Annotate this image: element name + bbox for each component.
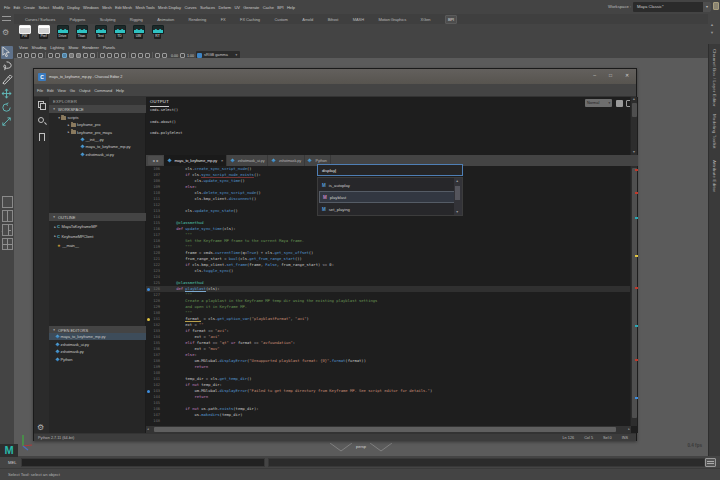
shelf-tab-fx-caching[interactable]: FX Caching xyxy=(240,17,260,22)
select-tool-icon[interactable] xyxy=(1,46,13,59)
tree-item-keyframe-pro-maya[interactable]: ▸keyframe_pro_maya xyxy=(49,129,146,136)
shelf-button-drive[interactable]: Drive xyxy=(55,25,70,39)
viewport-menu-show[interactable]: Show xyxy=(68,45,78,50)
outline-item-KeyframeMPClient[interactable]: ▸CKeyframeMPClient xyxy=(49,233,146,240)
menu-surfaces[interactable]: Surfaces xyxy=(200,5,215,10)
tree-item-keyframe-pro[interactable]: ▸keyframe_pro xyxy=(49,121,146,128)
shelf-tab-rigging[interactable]: Rigging xyxy=(130,17,143,22)
close-button[interactable]: ✕ xyxy=(625,72,629,78)
file-tab-zshotmask-ui-py[interactable]: zshotmask_ui.py xyxy=(227,155,268,166)
tree-item-scripts[interactable]: ▾scripts xyxy=(49,114,146,121)
shelf-button-titan[interactable]: Titan xyxy=(74,25,89,39)
autocomplete-input[interactable]: display| xyxy=(317,164,463,176)
editor-menu-file[interactable]: File xyxy=(37,88,43,93)
autocomplete-item-set_playing[interactable]: Mset_playing xyxy=(319,204,455,216)
code-scrollbar[interactable] xyxy=(630,166,637,426)
viewport-menu-renderer[interactable]: Renderer xyxy=(82,45,99,50)
menu-uv[interactable]: UV xyxy=(234,5,239,10)
menu-file[interactable]: File xyxy=(4,5,10,10)
autocomplete-item-is_autoplay[interactable]: Mis_autoplay xyxy=(319,179,455,191)
menu-mesh-display[interactable]: Mesh Display xyxy=(158,5,181,10)
shelf-scroll-down-icon[interactable]: ▼ xyxy=(710,30,714,35)
shelf-collapse-icon[interactable] xyxy=(2,16,11,21)
menu-display[interactable]: Display xyxy=(67,5,79,10)
minimize-button[interactable]: – xyxy=(593,72,596,78)
menu-curves[interactable]: Curves xyxy=(184,5,196,10)
shelf-tab-motion-graphics[interactable]: Motion Graphics xyxy=(378,17,406,22)
open-editor-zshotmask-ui-py[interactable]: zshotmask_ui.py xyxy=(49,341,146,348)
bookmark-icon[interactable] xyxy=(39,133,45,141)
menu-create[interactable]: Create xyxy=(24,5,35,10)
gear-icon[interactable]: ⚙ xyxy=(37,423,44,432)
tree-item-zshotmask-ui-py[interactable]: zshotmask_ui.py xyxy=(49,151,146,158)
menu-generate[interactable]: Generate xyxy=(243,5,259,10)
menu-bpi[interactable]: BPI xyxy=(277,5,283,10)
editor-menu-help[interactable]: Help xyxy=(116,88,124,93)
maximize-button[interactable]: □ xyxy=(609,72,612,78)
rotate-tool-icon[interactable] xyxy=(1,102,13,115)
tree-item--init-py[interactable]: __init__.py xyxy=(49,136,146,143)
shelf-scroll-up-icon[interactable]: ▲ xyxy=(710,22,714,27)
menu-select[interactable]: Select xyxy=(38,5,49,10)
editor-menu-command[interactable]: Command xyxy=(94,88,112,93)
viewport-menu-shading[interactable]: Shading xyxy=(32,45,47,50)
open-editor-zshotmask-py[interactable]: zshotmask.py xyxy=(49,348,146,355)
shelf-button-pw[interactable]: PW xyxy=(17,25,32,39)
shelf-tab-rendering[interactable]: Rendering xyxy=(189,17,207,22)
menu-mesh-tools[interactable]: Mesh Tools xyxy=(135,5,154,10)
editor-menu-edit[interactable]: Edit xyxy=(47,88,54,93)
editor-menu-go[interactable]: Go xyxy=(70,88,75,93)
window-titlebar[interactable]: C maya_to_keyframe_mp.py - Charcoal Edit… xyxy=(34,69,636,84)
viewport-menu-panels[interactable]: Panels xyxy=(103,45,115,50)
section-outline[interactable]: ▾OUTLINE xyxy=(49,213,146,221)
output-mode-dropdown[interactable]: Normal▼ xyxy=(585,99,612,107)
shelf-gear-icon[interactable]: ⚙ xyxy=(2,28,11,37)
outline-item--main-[interactable]: ★__main__ xyxy=(49,242,146,249)
shelf-tab-curves-surfaces[interactable]: Curves / Surfaces xyxy=(25,17,55,22)
move-tool-icon[interactable] xyxy=(1,88,13,101)
script-editor-icon[interactable] xyxy=(705,458,716,467)
editor-menu-view[interactable]: View xyxy=(58,88,66,93)
shelf-tab-custom[interactable]: Custom xyxy=(274,17,287,22)
menu-edit-mesh[interactable]: Edit Mesh xyxy=(115,5,132,10)
shelf-tab-fx[interactable]: FX xyxy=(221,17,226,22)
menu-edit[interactable]: Edit xyxy=(14,5,21,10)
shelf-tab-bpi[interactable]: BPI xyxy=(445,15,457,24)
autocomplete-scrollbar[interactable]: ▲ ▼ xyxy=(454,178,462,215)
shelf-tab-animation[interactable]: Animation xyxy=(157,17,174,22)
code-h-scrollbar[interactable]: ◂▸ xyxy=(146,426,631,433)
viewport-menu-lighting[interactable]: Lighting xyxy=(50,45,64,50)
menu-modify[interactable]: Modify xyxy=(52,5,63,10)
shelf-button-uw[interactable]: UW xyxy=(131,25,146,39)
menu-deform[interactable]: Deform xyxy=(218,5,231,10)
tab-modeling-toolkit[interactable]: Modeling Toolkit xyxy=(712,114,717,149)
outline-item-MayaToKeyframeMP[interactable]: ▸CMayaToKeyframeMP xyxy=(49,223,146,230)
command-input[interactable] xyxy=(21,458,265,467)
file-tab-zshotmask-py[interactable]: zshotmask.py xyxy=(268,155,305,166)
save-output-icon[interactable] xyxy=(616,100,623,107)
shelf-tab-polygons[interactable]: Polygons xyxy=(70,17,86,22)
scale-tool-icon[interactable] xyxy=(1,116,13,129)
open-editor-Python[interactable]: Python xyxy=(49,356,146,363)
file-tab-maya-to-keyframe-mp-py[interactable]: maya_to_keyframe_mp.py× xyxy=(164,155,227,166)
shelf-tab-mash[interactable]: MASH xyxy=(353,17,364,22)
shelf-button-td[interactable]: TD xyxy=(112,25,127,39)
shelf-tab-bifrost[interactable]: Bifrost xyxy=(328,17,339,22)
tab-close-icon[interactable]: × xyxy=(221,159,223,163)
shelf-tab-arnold[interactable]: Arnold xyxy=(302,17,313,22)
shelf-button-test[interactable]: Test xyxy=(93,25,108,39)
workspace-dropdown[interactable]: Maya Classic*▼ xyxy=(633,2,711,12)
open-editor-maya-to-keyframe-mp-py[interactable]: maya_to_keyframe_mp.py xyxy=(49,333,146,340)
lasso-tool-icon[interactable] xyxy=(1,60,13,73)
autocomplete-item-playblast[interactable]: Mplayblast xyxy=(319,191,455,203)
tab-attribute-editor[interactable]: Attribute Editor xyxy=(712,160,717,192)
shelf-button-rt[interactable]: RT xyxy=(150,25,165,39)
section-workspace[interactable]: ▾WORKSPACE xyxy=(49,105,146,113)
tab-nav-arrows[interactable]: ◂▸ xyxy=(148,156,163,165)
tree-item-maya-to-keyframe-mp-py[interactable]: maya_to_keyframe_mp.py xyxy=(49,143,146,150)
shelf-tab-xgen[interactable]: XGen xyxy=(421,17,431,22)
menu-help[interactable]: Help xyxy=(287,5,295,10)
layout-side-pane-icon[interactable] xyxy=(2,224,13,236)
tab-channel-box[interactable]: Channel Box / Layer Editor xyxy=(712,49,717,107)
viewport-menu-view[interactable]: View xyxy=(19,45,28,50)
